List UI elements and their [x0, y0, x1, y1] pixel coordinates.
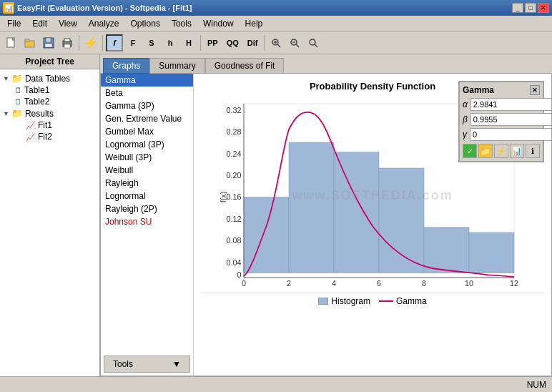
save-button[interactable]: [40, 34, 57, 52]
svg-text:0.12: 0.12: [226, 215, 241, 223]
tab-summary[interactable]: Summary: [149, 58, 204, 74]
S-button[interactable]: S: [143, 34, 160, 52]
tree-header: Project Tree: [0, 54, 99, 69]
svg-text:2: 2: [287, 279, 291, 288]
h-button[interactable]: h: [162, 34, 179, 52]
tree-label-table1: Table1: [24, 85, 49, 95]
open-button[interactable]: [21, 34, 39, 52]
gamma-run-button[interactable]: ⚡: [494, 144, 508, 158]
run-button[interactable]: ⚡: [82, 34, 99, 52]
right-panel: Graphs Summary Goodness of Fit Gamma Bet…: [100, 54, 552, 376]
menu-options[interactable]: Options: [125, 17, 166, 30]
folder-icon-results: 📁: [11, 108, 23, 119]
dist-item-rayleigh2p[interactable]: Rayleigh (2P): [101, 202, 193, 215]
status-num: NUM: [527, 380, 546, 390]
tab-graphs[interactable]: Graphs: [103, 58, 149, 74]
param-row-alpha: α: [463, 98, 540, 111]
chart-area: Probability Density Function www.SOFTPED…: [194, 74, 551, 376]
tree-item-table1[interactable]: 🗒 Table1: [3, 84, 97, 96]
gamma-panel-header: Gamma ✕: [463, 85, 540, 95]
svg-line-14: [296, 44, 299, 47]
menu-window[interactable]: Window: [197, 17, 240, 30]
toolbar-separator-2: [102, 35, 103, 51]
menu-view[interactable]: View: [53, 17, 83, 30]
zoom-fit-button[interactable]: [305, 34, 322, 52]
menu-file[interactable]: File: [1, 17, 26, 30]
table-icon-2: 🗒: [14, 97, 22, 106]
new-button[interactable]: [3, 34, 20, 52]
dist-item-gamma3p[interactable]: Gamma (3P): [101, 99, 193, 112]
param-input-gamma[interactable]: [470, 128, 552, 141]
maximize-button[interactable]: □: [525, 3, 536, 13]
dist-item-gev[interactable]: Gen. Extreme Value: [101, 112, 193, 125]
dist-item-rayleigh[interactable]: Rayleigh: [101, 177, 193, 190]
gamma-chart-button[interactable]: 📊: [510, 144, 524, 158]
Dif-button[interactable]: Dif: [244, 34, 262, 52]
tree-item-fit2[interactable]: 📈 Fit2: [3, 131, 97, 142]
PP-button[interactable]: PP: [204, 34, 222, 52]
zoom-out-button[interactable]: [286, 34, 303, 52]
legend-histogram-label: Histogram: [331, 296, 370, 306]
legend-gamma: Gamma: [379, 296, 427, 306]
tools-button[interactable]: Tools ▼: [104, 356, 190, 373]
close-button[interactable]: ✕: [538, 3, 549, 13]
dist-item-gumbel[interactable]: Gumbel Max: [101, 125, 193, 138]
tree-folder-results[interactable]: ▼ 📁 Results: [3, 107, 97, 119]
svg-rect-7: [64, 39, 70, 41]
main-area: Project Tree ▼ 📁 Data Tables 🗒 Table1 🗒 …: [0, 54, 552, 376]
dist-item-lognormal[interactable]: Lognormal: [101, 190, 193, 202]
dist-item-beta[interactable]: Beta: [101, 87, 193, 99]
toolbar: ⚡ f F S h H PP QQ Dif: [0, 31, 552, 54]
print-button[interactable]: [59, 34, 76, 52]
H-button[interactable]: H: [180, 34, 197, 52]
gamma-panel-close[interactable]: ✕: [530, 85, 540, 95]
title-bar-text: EasyFit (Evaluation Version) - Softpedia…: [17, 4, 192, 12]
F-button[interactable]: F: [124, 34, 142, 52]
gamma-accept-button[interactable]: ✓: [463, 144, 477, 158]
table-icon-1: 🗒: [14, 86, 22, 94]
param-input-beta[interactable]: [470, 113, 552, 126]
gamma-panel-title: Gamma: [463, 85, 494, 95]
menu-help[interactable]: Help: [240, 17, 269, 30]
tree-label-table2: Table2: [24, 97, 49, 107]
gamma-info-button[interactable]: ℹ: [526, 144, 540, 158]
param-label-gamma: γ: [463, 129, 467, 139]
svg-text:0: 0: [237, 270, 241, 279]
fit-icon-1: 📈: [26, 121, 36, 130]
legend-gamma-line: [379, 300, 393, 302]
svg-rect-32: [379, 168, 424, 273]
legend-histogram: Histogram: [318, 296, 370, 306]
svg-text:0.28: 0.28: [226, 127, 241, 136]
f-button[interactable]: f: [106, 34, 123, 52]
svg-rect-8: [64, 44, 70, 48]
svg-rect-34: [469, 232, 514, 273]
title-bar-controls[interactable]: _ □ ✕: [512, 3, 549, 13]
tree-folder-dataTables[interactable]: ▼ 📁 Data Tables: [3, 72, 97, 84]
gamma-open-button[interactable]: 📁: [478, 144, 493, 158]
title-bar: 📊 EasyFit (Evaluation Version) - Softped…: [0, 0, 552, 16]
tree-item-table2[interactable]: 🗒 Table2: [3, 96, 97, 107]
svg-text:4: 4: [332, 279, 336, 288]
dist-item-weibull[interactable]: Weibull: [101, 164, 193, 177]
menu-bar: File Edit View Analyze Options Tools Win…: [0, 16, 552, 31]
menu-edit[interactable]: Edit: [26, 17, 53, 30]
QQ-button[interactable]: QQ: [223, 34, 242, 52]
minimize-button[interactable]: _: [512, 3, 523, 13]
param-input-alpha[interactable]: [470, 98, 552, 111]
legend-histogram-rect: [318, 298, 328, 305]
gamma-panel-toolbar: ✓ 📁 ⚡ 📊 ℹ: [463, 144, 540, 158]
svg-text:10: 10: [465, 279, 473, 288]
dist-item-lognormal3p[interactable]: Lognormal (3P): [101, 138, 193, 151]
toolbar-separator-4: [264, 35, 265, 51]
dist-item-weibull3p[interactable]: Weibull (3P): [101, 151, 193, 164]
dist-item-gamma[interactable]: Gamma: [101, 74, 193, 87]
tab-goodness-of-fit[interactable]: Goodness of Fit: [205, 58, 285, 74]
menu-analyze[interactable]: Analyze: [83, 17, 125, 30]
zoom-in-button[interactable]: [267, 34, 285, 52]
tree-item-fit1[interactable]: 📈 Fit1: [3, 119, 97, 131]
title-bar-left: 📊 EasyFit (Evaluation Version) - Softped…: [3, 2, 192, 14]
dist-item-johnsonsu[interactable]: Johnson SU: [101, 215, 193, 228]
svg-line-17: [315, 44, 317, 47]
svg-text:0: 0: [242, 279, 246, 288]
menu-tools[interactable]: Tools: [166, 17, 197, 30]
